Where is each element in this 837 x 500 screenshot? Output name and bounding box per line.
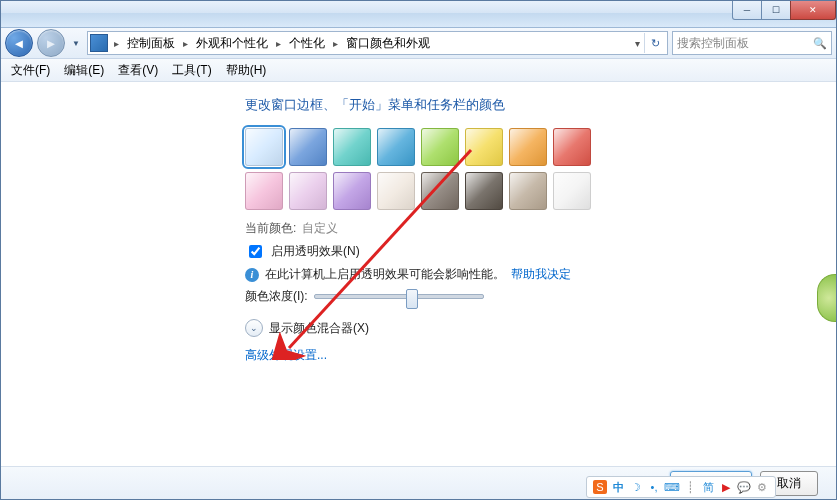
search-placeholder: 搜索控制面板 [677,35,749,52]
color-swatch[interactable] [509,128,547,166]
intensity-slider[interactable] [314,289,484,305]
breadcrumb-personalization[interactable]: 个性化 [285,33,329,54]
color-swatch[interactable] [289,172,327,210]
current-color-label: 当前颜色: [245,220,296,237]
menu-file[interactable]: 文件(F) [5,60,56,81]
color-swatch[interactable] [289,128,327,166]
chevron-right-icon: ▸ [331,38,340,49]
nav-back-button[interactable]: ◄ [5,29,33,57]
intensity-label: 颜色浓度(I): [245,288,308,305]
nav-toolbar: ◄ ► ▼ ▸ 控制面板 ▸ 外观和个性化 ▸ 个性化 ▸ 窗口颜色和外观 ▾ … [1,28,836,59]
menu-bar: 文件(F) 编辑(E) 查看(V) 工具(T) 帮助(H) [1,59,836,82]
nav-history-dropdown[interactable]: ▼ [69,33,83,53]
ime-keyboard-icon[interactable]: ⌨ [665,480,679,494]
window-close-button[interactable]: ✕ [790,1,836,20]
window-maximize-button[interactable]: ☐ [761,1,791,20]
color-swatch[interactable] [421,128,459,166]
advanced-appearance-link[interactable]: 高级外观设置... [245,347,327,364]
side-handle[interactable] [817,274,836,322]
performance-note: 在此计算机上启用透明效果可能会影响性能。 [265,266,505,283]
ime-simp-indicator[interactable]: 简 [701,480,715,494]
color-swatch-grid [245,128,595,210]
ime-gear-icon[interactable]: ⚙ [755,480,769,494]
color-swatch[interactable] [465,172,503,210]
ime-moon-icon[interactable]: ☽ [629,480,643,494]
ime-lang-indicator[interactable]: 中 [611,480,625,494]
menu-help[interactable]: 帮助(H) [220,60,273,81]
info-icon: i [245,268,259,282]
color-swatch[interactable] [421,172,459,210]
refresh-button[interactable]: ↻ [644,33,665,53]
menu-view[interactable]: 查看(V) [112,60,164,81]
chevron-down-icon[interactable]: ▾ [633,38,642,49]
color-swatch[interactable] [465,128,503,166]
slider-track [314,294,484,299]
color-swatch[interactable] [333,172,371,210]
expand-mixer-button[interactable]: ⌄ [245,319,263,337]
nav-forward-button[interactable]: ► [37,29,65,57]
window-minimize-button[interactable]: ─ [732,1,762,20]
chevron-right-icon: ▸ [181,38,190,49]
window-titlebar: ─ ☐ ✕ [1,1,836,28]
chevron-right-icon: ▸ [274,38,283,49]
ime-tray[interactable]: S 中 ☽ •, ⌨ ┊ 简 ▶ 💬 ⚙ [586,476,776,498]
current-color-value: 自定义 [302,220,338,237]
color-swatch[interactable] [509,172,547,210]
page-title: 更改窗口边框、「开始」菜单和任务栏的颜色 [245,96,836,114]
color-swatch[interactable] [377,128,415,166]
show-mixer-label: 显示颜色混合器(X) [269,320,369,337]
breadcrumb-root[interactable]: 控制面板 [123,33,179,54]
help-decide-link[interactable]: 帮助我决定 [511,266,571,283]
color-swatch[interactable] [245,128,283,166]
ime-punct-icon[interactable]: •, [647,480,661,494]
address-bar[interactable]: ▸ 控制面板 ▸ 外观和个性化 ▸ 个性化 ▸ 窗口颜色和外观 ▾ ↻ [87,31,668,55]
content-area: 更改窗口边框、「开始」菜单和任务栏的颜色 当前颜色: 自定义 启用透明效果(N)… [1,82,836,466]
chevron-right-icon: ▸ [112,38,121,49]
ime-rec-icon[interactable]: ▶ [719,480,733,494]
menu-edit[interactable]: 编辑(E) [58,60,110,81]
search-icon: 🔍 [813,37,827,50]
ime-chat-icon[interactable]: 💬 [737,480,751,494]
ime-div-icon: ┊ [683,480,697,494]
menu-tools[interactable]: 工具(T) [166,60,217,81]
transparency-checkbox[interactable] [249,245,262,258]
color-swatch[interactable] [333,128,371,166]
ime-logo-icon: S [593,480,607,494]
color-swatch[interactable] [553,128,591,166]
search-input[interactable]: 搜索控制面板 🔍 [672,31,832,55]
color-swatch[interactable] [245,172,283,210]
transparency-label: 启用透明效果(N) [271,243,360,260]
color-swatch[interactable] [553,172,591,210]
slider-thumb[interactable] [406,289,418,309]
breadcrumb-window-color[interactable]: 窗口颜色和外观 [342,33,434,54]
color-swatch[interactable] [377,172,415,210]
control-panel-icon [90,34,108,52]
breadcrumb-appearance[interactable]: 外观和个性化 [192,33,272,54]
